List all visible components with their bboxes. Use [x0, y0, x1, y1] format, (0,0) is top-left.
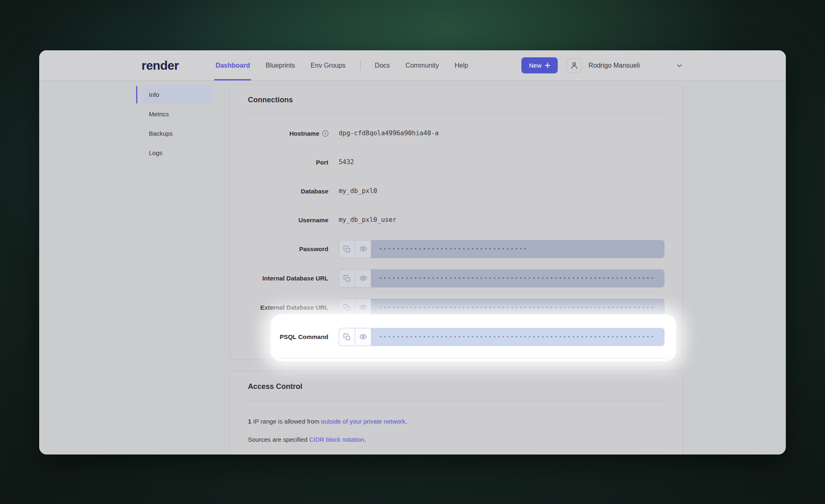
sidebar-item-logs[interactable]: Logs — [141, 143, 212, 163]
copy-icon — [343, 333, 351, 341]
port-row: Port 5432 — [248, 148, 665, 177]
sidebar-item-info[interactable]: Info — [141, 85, 212, 104]
access-control-card: Access Control 1 IP range is allowed fro… — [230, 371, 683, 455]
sidebar-item-metrics[interactable]: Metrics — [141, 104, 212, 124]
acl-description-header: Description — [388, 453, 422, 455]
sidebar: Info Metrics Backups Logs — [39, 81, 230, 454]
password-masked-value: •••••••••••••••••••••••••••••••••• — [371, 240, 665, 258]
copy-icon — [343, 245, 351, 253]
port-value: 5432 — [339, 158, 354, 166]
reveal-button[interactable] — [355, 299, 371, 317]
access-control-divider — [248, 401, 665, 401]
reveal-button[interactable] — [355, 328, 371, 346]
reveal-button[interactable] — [355, 240, 371, 258]
password-label: Password — [299, 245, 328, 252]
page-background: render Dashboard Blueprints Env Groups D… — [0, 0, 825, 504]
username-value: my_db_pxl0_user — [339, 216, 396, 224]
external-url-masked-value: ••••••••••••••••••••••••••••••••••••••••… — [371, 299, 665, 317]
user-name[interactable]: Rodrigo Mansueli — [588, 62, 640, 69]
password-row: Password — [248, 234, 665, 264]
sources-text: Sources are specified CIDR block notatio… — [248, 436, 665, 443]
psql-command-label: PSQL Command — [280, 333, 328, 340]
external-url-secret-group: ••••••••••••••••••••••••••••••••••••••••… — [339, 299, 665, 317]
chevron-down-icon[interactable] — [676, 62, 683, 69]
internal-url-masked-value: ••••••••••••••••••••••••••••••••••••••••… — [371, 269, 665, 287]
database-value: my_db_pxl0 — [339, 187, 377, 195]
ip-range-text: 1 IP range is allowed from outside of yo… — [248, 418, 665, 425]
reveal-button[interactable] — [355, 269, 371, 287]
nav-env-groups[interactable]: Env Groups — [303, 50, 353, 80]
render-logo: render — [141, 59, 179, 73]
nav-blueprints[interactable]: Blueprints — [258, 50, 303, 80]
copy-button[interactable] — [339, 328, 355, 346]
nav-divider — [360, 60, 361, 71]
psql-secret-group: ••••••••••••••••••••••••••••••••••••••••… — [339, 328, 665, 346]
eye-icon — [359, 304, 367, 311]
app-header: render Dashboard Blueprints Env Groups D… — [39, 50, 786, 81]
external-url-label: External Database URL — [260, 304, 328, 311]
username-label: Username — [298, 217, 328, 224]
nav-help[interactable]: Help — [447, 50, 476, 80]
copy-button[interactable] — [339, 299, 355, 317]
hostname-label: Hostname i — [248, 130, 328, 137]
eye-icon — [359, 245, 367, 253]
app-window: render Dashboard Blueprints Env Groups D… — [39, 50, 786, 455]
sidebar-item-backups[interactable]: Backups — [141, 124, 212, 143]
port-label: Port — [316, 159, 328, 166]
internal-url-row: Internal Database URL — [248, 264, 665, 293]
plus-icon — [545, 63, 550, 68]
connections-title: Connections — [248, 96, 665, 104]
nav-dashboard[interactable]: Dashboard — [207, 50, 258, 80]
connection-fields: Hostname i dpg-cfd8qola4996a90hia40-a Po… — [248, 119, 665, 351]
database-row: Database my_db_pxl0 — [248, 177, 665, 205]
acl-table-header: Source Description — [248, 453, 665, 455]
nav-docs[interactable]: Docs — [367, 50, 398, 80]
access-control-title: Access Control — [248, 382, 665, 391]
private-network-link[interactable]: outside of your private network — [321, 418, 405, 425]
internal-url-label: Internal Database URL — [262, 275, 328, 282]
copy-icon — [343, 275, 351, 282]
psql-masked-value: ••••••••••••••••••••••••••••••••••••••••… — [371, 328, 665, 346]
header-right: New Rodrigo Mansueli — [521, 57, 683, 73]
database-label: Database — [301, 188, 328, 195]
new-button[interactable]: New — [521, 57, 558, 73]
password-secret-group: •••••••••••••••••••••••••••••••••• — [339, 240, 665, 258]
internal-url-secret-group: ••••••••••••••••••••••••••••••••••••••••… — [339, 269, 665, 287]
eye-icon — [359, 274, 367, 282]
info-icon[interactable]: i — [322, 130, 328, 137]
eye-icon — [359, 333, 367, 341]
nav-community[interactable]: Community — [398, 50, 447, 80]
acl-source-header: Source — [248, 453, 388, 455]
username-row: Username my_db_pxl0_user — [248, 205, 665, 234]
copy-button[interactable] — [339, 240, 355, 258]
content-area: Info Metrics Backups Logs Connections Ho… — [39, 81, 786, 454]
hostname-row: Hostname i dpg-cfd8qola4996a90hia40-a — [248, 119, 665, 148]
cidr-notation-link[interactable]: CIDR block notation — [309, 436, 364, 443]
main-panel: Connections Hostname i dpg-cfd8qola4996a… — [230, 81, 786, 454]
main-nav: Dashboard Blueprints Env Groups Docs Com… — [207, 50, 476, 80]
hostname-value: dpg-cfd8qola4996a90hia40-a — [339, 130, 439, 137]
user-avatar-icon[interactable] — [567, 58, 582, 73]
copy-icon — [343, 304, 351, 311]
connections-card: Connections Hostname i dpg-cfd8qola4996a… — [230, 85, 683, 360]
copy-button[interactable] — [339, 269, 355, 287]
psql-command-row: PSQL Command — [248, 322, 665, 351]
connections-divider — [248, 113, 665, 114]
